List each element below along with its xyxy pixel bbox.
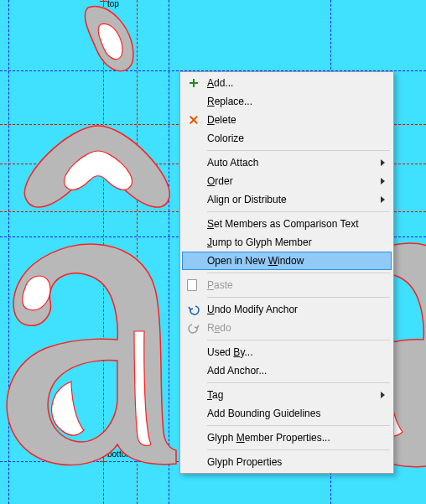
chevron-right-icon <box>381 178 385 184</box>
glyph-accent-top <box>75 3 159 87</box>
menu-auto-attach[interactable]: Auto Attach <box>182 153 392 172</box>
menu-order[interactable]: Order <box>182 172 392 190</box>
menu-undo[interactable]: Undo Modify Anchor <box>182 300 392 319</box>
menu-paste: Paste <box>182 276 392 294</box>
menu-open-new-window[interactable]: Open in New Window <box>182 252 392 270</box>
menu-redo: Redo <box>182 319 392 337</box>
menu-replace[interactable]: Replace... <box>182 92 392 111</box>
menu-align-label: Align or Distribute <box>207 194 287 205</box>
undo-icon <box>187 303 200 316</box>
menu-delete[interactable]: Delete <box>182 111 392 129</box>
menu-colorize-label: Colorize <box>207 132 244 144</box>
menu-used-by[interactable]: Used By... <box>182 343 392 361</box>
chevron-right-icon <box>381 196 385 203</box>
menu-tag[interactable]: Tag <box>182 386 392 404</box>
menu-colorize[interactable]: Colorize <box>182 129 392 148</box>
menu-align[interactable]: Align or Distribute <box>182 190 392 209</box>
menu-set-members[interactable]: Set Members as Comparison Text <box>182 215 392 233</box>
context-menu: Add... Replace... Delete Colorize Auto A… <box>179 71 394 474</box>
menu-add-anchor-label: Add Anchor... <box>207 365 267 377</box>
menu-glyph-props[interactable]: Glyph Properties <box>182 453 392 471</box>
plus-icon <box>187 76 200 90</box>
chevron-right-icon <box>381 159 385 166</box>
menu-add-anchor[interactable]: Add Anchor... <box>182 361 392 380</box>
delete-icon <box>187 113 200 127</box>
menu-jump[interactable]: Jump to Glyph Member <box>182 233 392 252</box>
menu-glyph-props-label: Glyph Properties <box>207 456 282 468</box>
menu-add-bbox-guidelines[interactable]: Add Bounding Guidelines <box>182 404 392 423</box>
chevron-right-icon <box>381 392 385 398</box>
redo-icon <box>187 321 200 335</box>
menu-auto-attach-label: Auto Attach <box>207 157 258 169</box>
paste-icon <box>187 279 197 291</box>
menu-add[interactable]: Add... <box>182 74 392 92</box>
menu-add-bbox-label: Add Bounding Guidelines <box>207 408 320 419</box>
glyph-accent-caron <box>18 117 178 218</box>
menu-glyph-member-props[interactable]: Glyph Member Properties... <box>182 429 392 447</box>
glyph-a-body <box>0 231 180 482</box>
